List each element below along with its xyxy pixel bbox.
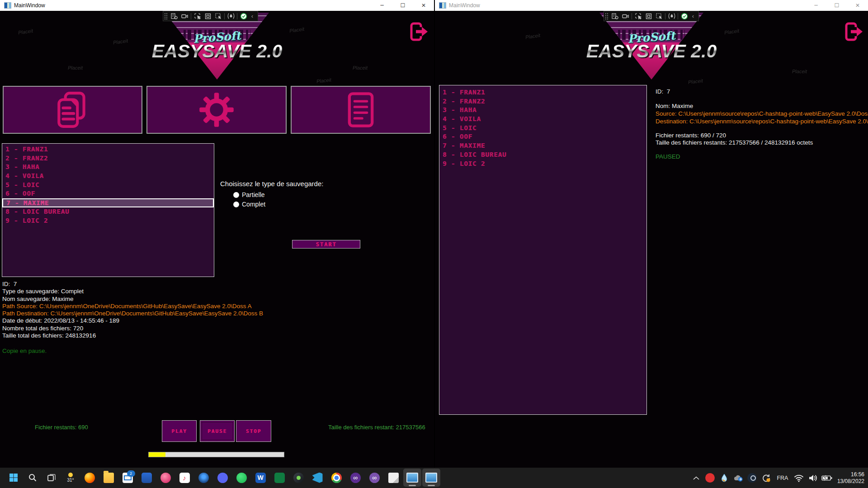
task-view-button[interactable] xyxy=(42,469,61,487)
job-item[interactable]: 1 - FRANZ1 xyxy=(439,88,646,97)
tray-chevron-up-icon[interactable] xyxy=(691,473,702,483)
job-item[interactable]: 5 - LOIC xyxy=(2,181,214,190)
pause-button[interactable]: PAUSE xyxy=(200,420,235,442)
enable-selection-icon[interactable] xyxy=(192,12,203,20)
vscode-button[interactable] xyxy=(308,469,326,487)
job-item[interactable]: 4 - VOILA xyxy=(439,115,646,124)
radio-complete-button[interactable] xyxy=(233,202,239,207)
tray-steam-icon[interactable] xyxy=(747,473,758,483)
job-item[interactable]: 3 - HAHA xyxy=(439,106,646,115)
settings-button[interactable] xyxy=(146,86,287,134)
toolbar-divider xyxy=(237,13,237,19)
maximize-button[interactable]: ☐ xyxy=(392,0,413,11)
titlebar[interactable]: MainWindow ─ ☐ ✕ xyxy=(435,0,868,11)
language-indicator[interactable]: FRA xyxy=(775,475,790,481)
start-button[interactable] xyxy=(5,469,23,487)
job-item[interactable]: 3 - HAHA xyxy=(2,163,214,172)
volume-icon[interactable] xyxy=(807,473,818,483)
radio-partial-button[interactable] xyxy=(233,192,239,198)
excel-button[interactable] xyxy=(270,469,288,487)
toolbar-grip-icon[interactable] xyxy=(164,13,168,20)
paused-status-label: PAUSED xyxy=(656,153,680,160)
stop-button[interactable]: STOP xyxy=(236,420,271,442)
wifi-icon[interactable] xyxy=(793,473,804,483)
toolbar-collapse-icon[interactable]: ‹ xyxy=(689,13,697,19)
watermark: Placeit xyxy=(18,28,33,35)
photos-icon xyxy=(160,473,171,483)
calculator-icon xyxy=(142,473,152,483)
calculator-button[interactable] xyxy=(137,469,156,487)
libreoffice-button[interactable] xyxy=(384,469,402,487)
firefox-button[interactable] xyxy=(80,469,99,487)
track-focused-element-icon[interactable] xyxy=(654,12,664,20)
hot-reload-icon[interactable] xyxy=(666,12,677,20)
track-focused-element-icon[interactable] xyxy=(213,12,223,20)
widgets-weather-button[interactable]: 31° xyxy=(61,469,80,487)
visual-studio-2-button[interactable]: ∞ xyxy=(365,469,383,487)
vs-debug-toolbar: ‹ xyxy=(163,11,258,21)
close-button[interactable]: ✕ xyxy=(413,0,434,11)
radio-partial-row[interactable]: Partielle xyxy=(233,191,265,198)
hot-reload-available-icon[interactable] xyxy=(679,12,689,20)
maximize-button[interactable]: ☐ xyxy=(826,0,847,11)
taskbar-mainwindow-1[interactable] xyxy=(403,469,421,487)
whatsapp-button[interactable] xyxy=(232,469,250,487)
live-visual-tree-icon[interactable] xyxy=(169,12,179,20)
word-button[interactable]: W xyxy=(251,469,269,487)
screenshot-icon[interactable] xyxy=(620,12,631,20)
close-button[interactable]: ✕ xyxy=(847,0,868,11)
discord-button[interactable] xyxy=(213,469,231,487)
folder-icon xyxy=(104,473,114,483)
job-item[interactable]: 6 - OOF xyxy=(2,189,214,198)
weather-temp: 31° xyxy=(67,478,74,483)
display-adornments-icon[interactable] xyxy=(643,12,654,20)
enable-selection-icon[interactable] xyxy=(633,12,643,20)
minimize-button[interactable]: ─ xyxy=(372,0,392,11)
exit-app-button[interactable] xyxy=(408,21,429,42)
hot-reload-available-icon[interactable] xyxy=(238,12,249,20)
file-explorer-button[interactable] xyxy=(99,469,118,487)
job-item[interactable]: 9 - LOIC 2 xyxy=(439,160,646,169)
chrome-button[interactable] xyxy=(327,469,345,487)
visual-studio-button[interactable]: ∞ xyxy=(346,469,364,487)
exit-app-button[interactable] xyxy=(843,21,864,42)
job-item[interactable]: 7 - MAXIME xyxy=(439,141,646,150)
job-item[interactable]: 2 - FRANZ2 xyxy=(2,154,214,163)
job-item-selected[interactable]: 7 - MAXIME xyxy=(2,198,214,207)
toolbar-collapse-icon[interactable]: ‹ xyxy=(249,13,256,19)
screenshot-icon[interactable] xyxy=(179,12,190,20)
taskbar-clock[interactable]: 16:56 13/08/2022 xyxy=(837,471,864,485)
live-visual-tree-icon[interactable] xyxy=(610,12,620,20)
display-adornments-icon[interactable] xyxy=(203,12,213,20)
vscode-icon xyxy=(312,473,323,483)
hot-reload-icon[interactable] xyxy=(226,12,236,20)
tray-app-red-icon[interactable] xyxy=(705,473,716,483)
play-button[interactable]: PLAY xyxy=(162,420,197,442)
music-button[interactable]: ♪ xyxy=(175,469,193,487)
mail-button[interactable]: 2 xyxy=(118,469,137,487)
job-item[interactable]: 6 - OOF xyxy=(439,132,646,141)
minimize-button[interactable]: ─ xyxy=(806,0,826,11)
taskbar-mainwindow-2[interactable] xyxy=(422,469,440,487)
job-item[interactable]: 1 - FRANZ1 xyxy=(2,145,214,154)
search-button[interactable] xyxy=(24,469,42,487)
tray-sync-icon[interactable] xyxy=(761,473,772,483)
start-button[interactable]: START xyxy=(292,240,360,249)
titlebar[interactable]: MainWindow ─ ☐ ✕ xyxy=(0,0,434,11)
job-item[interactable]: 8 - LOIC BUREAU xyxy=(2,207,214,216)
android-studio-button[interactable] xyxy=(289,469,307,487)
toolbar-grip-icon[interactable] xyxy=(605,13,609,20)
photos-button[interactable] xyxy=(156,469,175,487)
job-item[interactable]: 8 - LOIC BUREAU xyxy=(439,150,646,160)
logs-button[interactable] xyxy=(291,86,431,134)
battery-icon[interactable] xyxy=(821,473,832,483)
radio-complete-row[interactable]: Complet xyxy=(233,201,265,208)
store-button[interactable] xyxy=(194,469,212,487)
tray-onedrive-sync-icon[interactable] xyxy=(733,473,744,483)
tray-water-drop-icon[interactable] xyxy=(719,473,730,483)
job-item[interactable]: 2 - FRANZ2 xyxy=(439,97,646,106)
job-item[interactable]: 9 - LOIC 2 xyxy=(2,216,214,225)
save-jobs-button[interactable] xyxy=(3,86,142,134)
job-item[interactable]: 5 - LOIC xyxy=(439,124,646,133)
job-item[interactable]: 4 - VOILA xyxy=(2,172,214,181)
